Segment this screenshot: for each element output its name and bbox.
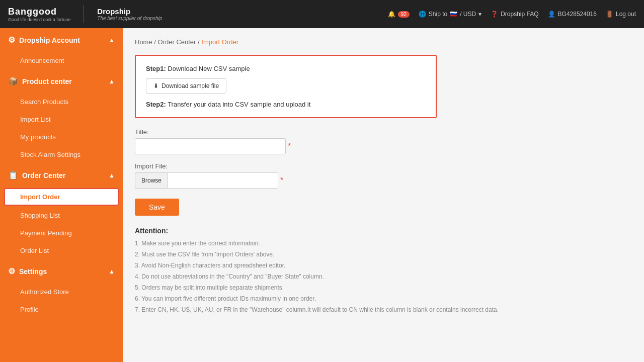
header-divider <box>84 5 84 23</box>
title-input[interactable] <box>135 138 286 154</box>
attention-item-4: 4. Do not use abbreviations in the "Coun… <box>135 272 632 281</box>
settings-icon: ⚙ <box>8 266 15 276</box>
chevron-up-icon: ▲ <box>109 37 115 44</box>
download-icon: ⬇ <box>153 82 158 89</box>
logo: Banggood Good life doesn't cost a fortun… <box>8 7 70 22</box>
logout-icon: 🚪 <box>606 11 613 18</box>
account-icon: ⚙ <box>8 35 15 45</box>
sidebar-item-authorized-store[interactable]: Authorized Store <box>0 283 123 301</box>
file-name-input[interactable] <box>168 172 278 189</box>
ship-to[interactable]: 🌐 Ship to 🇷🇺 / USD ▾ <box>419 11 481 18</box>
bell-icon: 🔔 <box>388 11 395 18</box>
sidebar-item-my-products[interactable]: My products <box>0 128 123 146</box>
attention-item-1: 1. Make sure you enter the correct infor… <box>135 239 632 248</box>
sidebar-item-payment-pending[interactable]: Payment Pending <box>0 224 123 242</box>
logo-area: Banggood Good life doesn't cost a fortun… <box>8 5 162 23</box>
sidebar-item-search-products[interactable]: Search Products <box>0 93 123 111</box>
attention-item-5: 5. Orders may be split into multiple sep… <box>135 283 632 292</box>
sidebar-item-profile[interactable]: Profile <box>0 301 123 318</box>
header: Banggood Good life doesn't cost a fortun… <box>0 0 644 28</box>
main-content: Home / Order Center / Import Order Step1… <box>123 28 644 362</box>
file-upload-control: Browse <box>135 172 278 189</box>
order-icon: 📋 <box>8 170 18 180</box>
breadcrumb: Home / Order Center / Import Order <box>135 38 632 46</box>
logo-tagline: Good life doesn't cost a fortune <box>8 17 70 22</box>
chevron-up-icon4: ▲ <box>109 268 115 275</box>
logout[interactable]: 🚪 Log out <box>606 11 636 18</box>
title-field-group: Title: * <box>135 128 457 154</box>
dropship-account-label: Dropship Account <box>19 36 80 44</box>
user-profile[interactable]: 👤 BG428524016 <box>548 11 597 18</box>
sidebar-section-order-center[interactable]: 📋 Order Center ▲ <box>0 163 123 187</box>
attention-item-3: 3. Avoid Non-English characters and spre… <box>135 261 632 270</box>
sidebar-section-dropship-account[interactable]: ⚙ Dropship Account ▲ <box>0 28 123 52</box>
attention-item-7: 7. Enter CN, HK, US, UK, AU, or FR in th… <box>135 305 632 314</box>
order-center-title: 📋 Order Center <box>8 170 109 180</box>
brand-info: Dropship The best supplier of dropship <box>97 7 162 21</box>
title-required-star: * <box>288 142 291 150</box>
product-center-title: 📦 Product center <box>8 76 109 86</box>
product-center-label: Product center <box>22 77 72 85</box>
attention-item-6: 6. You can import five different product… <box>135 294 632 303</box>
ship-to-label: Ship to <box>429 11 447 18</box>
sidebar-item-shopping-list[interactable]: Shopping List <box>0 207 123 224</box>
sidebar: ⚙ Dropship Account ▲ Announcement 📦 Prod… <box>0 28 123 362</box>
step-box: Step1: Download New CSV sample ⬇ Downloa… <box>135 55 437 118</box>
title-input-wrap: * <box>135 138 457 154</box>
file-required-star: * <box>280 176 283 185</box>
save-button[interactable]: Save <box>135 199 179 216</box>
order-center-label: Order Center <box>22 171 65 179</box>
attention-section: Attention: 1. Make sure you enter the co… <box>135 227 632 314</box>
sidebar-item-import-list[interactable]: Import List <box>0 111 123 128</box>
attention-item-2: 2. Must use the CSV file from 'Import Or… <box>135 250 632 259</box>
chevron-up-icon3: ▲ <box>109 172 115 179</box>
sidebar-section-product-center[interactable]: 📦 Product center ▲ <box>0 69 123 93</box>
chevron-up-icon2: ▲ <box>109 78 115 85</box>
sidebar-section-settings[interactable]: ⚙ Settings ▲ <box>0 259 123 283</box>
logo-name: Banggood <box>8 7 57 17</box>
globe-icon: 🌐 <box>419 11 426 18</box>
download-sample-button[interactable]: ⬇ Download sample file <box>146 78 226 94</box>
faq-label: Dropship FAQ <box>501 11 538 18</box>
dropship-account-title: ⚙ Dropship Account <box>8 35 109 45</box>
import-file-label: Import File: <box>135 162 457 170</box>
settings-label: Settings <box>19 267 47 276</box>
import-form: Title: * Import File: Browse * Save <box>135 128 457 216</box>
notifications[interactable]: 🔔 92 <box>388 11 410 18</box>
import-file-group: Import File: Browse * <box>135 162 457 189</box>
sidebar-item-announcement[interactable]: Announcement <box>0 52 123 69</box>
browse-button[interactable]: Browse <box>135 172 168 189</box>
chevron-down-icon: ▾ <box>478 11 481 18</box>
step2-label: Step2: Transfer your data into CSV sampl… <box>146 101 426 108</box>
sidebar-item-import-order[interactable]: Import Order <box>4 188 119 206</box>
attention-list: 1. Make sure you enter the correct infor… <box>135 239 632 314</box>
title-label: Title: <box>135 128 457 136</box>
question-icon: ❓ <box>491 11 498 18</box>
currency-label: / USD <box>460 11 476 18</box>
settings-title: ⚙ Settings <box>8 266 109 276</box>
box-icon: 📦 <box>8 76 18 86</box>
user-id: BG428524016 <box>558 11 597 18</box>
brand-name: Dropship <box>97 7 162 16</box>
step1-label: Step1: Download New CSV sample <box>146 65 426 72</box>
flag-icon: 🇷🇺 <box>450 11 457 18</box>
user-icon: 👤 <box>548 11 555 18</box>
faq-link[interactable]: ❓ Dropship FAQ <box>491 11 538 18</box>
breadcrumb-home[interactable]: Home <box>135 38 152 46</box>
breadcrumb-sep1: / <box>154 38 157 46</box>
file-input-wrap: Browse * <box>135 172 457 189</box>
attention-title: Attention: <box>135 227 632 235</box>
header-right: 🔔 92 🌐 Ship to 🇷🇺 / USD ▾ ❓ Dropship FAQ… <box>388 11 636 18</box>
notification-badge: 92 <box>398 11 410 18</box>
brand-sub: The best supplier of dropship <box>97 16 162 21</box>
logout-label: Log out <box>616 11 636 18</box>
sidebar-item-order-list[interactable]: Order List <box>0 242 123 259</box>
breadcrumb-order-center[interactable]: Order Center <box>158 38 196 46</box>
breadcrumb-import-order: Import Order <box>201 38 238 46</box>
sidebar-item-stock-alarm[interactable]: Stock Alarm Settings <box>0 146 123 163</box>
layout: ⚙ Dropship Account ▲ Announcement 📦 Prod… <box>0 28 644 362</box>
